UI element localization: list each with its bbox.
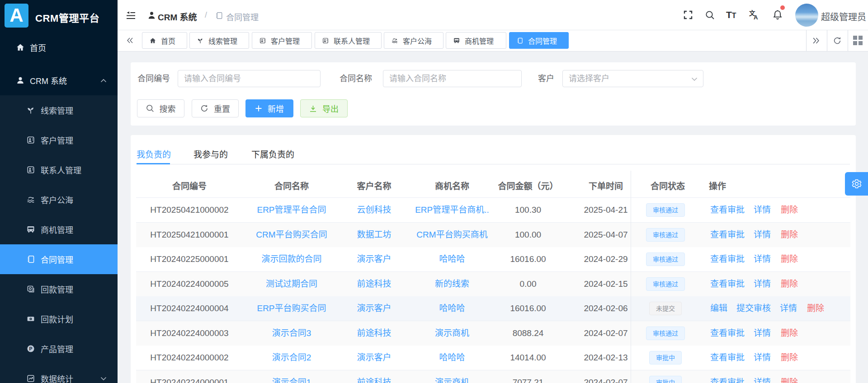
svg-text:P: P [29, 346, 32, 351]
svg-text:A: A [754, 14, 758, 20]
